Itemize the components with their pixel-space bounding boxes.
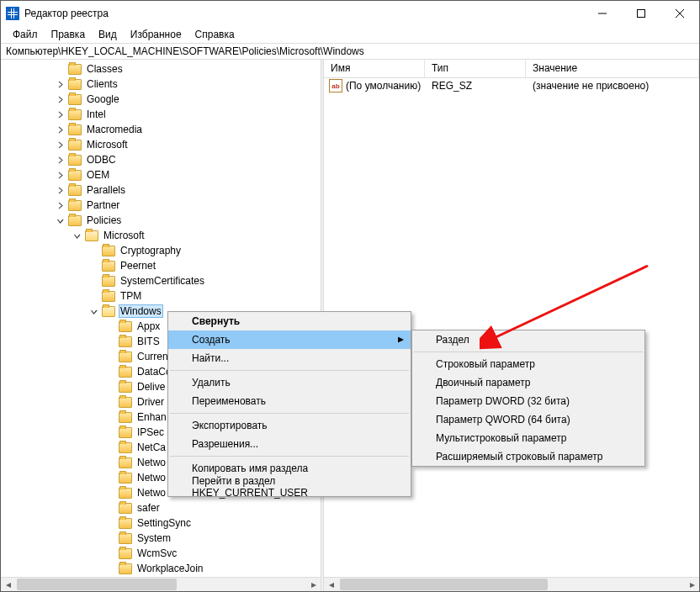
col-value[interactable]: Значение — [526, 60, 699, 77]
chevron-right-icon[interactable] — [51, 81, 68, 88]
scroll-right-icon[interactable]: ▸ — [685, 578, 699, 591]
chevron-right-icon[interactable] — [51, 172, 68, 179]
ctx-collapse[interactable]: Свернуть — [168, 312, 411, 330]
col-name[interactable]: Имя — [324, 60, 425, 77]
menubar: Файл Правка Вид Избранное Справка — [1, 26, 699, 43]
address-bar[interactable]: Компьютер\HKEY_LOCAL_MACHINE\SOFTWARE\Po… — [1, 43, 699, 60]
tree-item[interactable]: Macromedia — [1, 122, 321, 137]
tree-scrollbar-h[interactable]: ◂ ▸ — [1, 577, 321, 591]
tree-item[interactable]: Partner — [1, 198, 321, 213]
folder-icon — [68, 64, 82, 75]
tree-item-label: Peernet — [119, 260, 157, 272]
folder-icon — [119, 473, 132, 484]
ctx-new-binary[interactable]: Двоичный параметр — [412, 373, 644, 392]
tree-item-label: BITS — [135, 336, 162, 347]
ctx-new-multistring[interactable]: Мультистроковый параметр — [412, 429, 644, 447]
close-button[interactable] — [660, 1, 699, 26]
tree-item[interactable]: ODBC — [1, 152, 321, 167]
tree-item[interactable]: TPM — [1, 288, 321, 304]
tree-item[interactable]: Intel — [1, 107, 321, 122]
folder-icon — [68, 124, 82, 135]
list-row[interactable]: (По умолчанию)REG_SZ(значение не присвое… — [324, 78, 699, 93]
ctx-new-qword[interactable]: Параметр QWORD (64 бита) — [412, 410, 644, 429]
tree-item[interactable]: WorkplaceJoin — [1, 561, 321, 576]
chevron-right-icon[interactable] — [51, 187, 68, 194]
tree-item[interactable]: SystemCertificates — [1, 273, 321, 288]
folder-icon — [68, 140, 82, 151]
folder-icon — [102, 276, 115, 287]
ctx-new-string[interactable]: Строковый параметр — [412, 355, 644, 373]
tree-item[interactable]: OEM — [1, 167, 321, 182]
ctx-goto-hkcu[interactable]: Перейти в раздел HKEY_CURRENT_USER — [168, 478, 411, 496]
col-type[interactable]: Тип — [425, 60, 526, 77]
titlebar[interactable]: Редактор реестра — [1, 1, 699, 26]
scroll-left-icon[interactable]: ◂ — [1, 578, 15, 591]
ctx-export[interactable]: Экспортировать — [168, 416, 411, 435]
chevron-down-icon[interactable] — [68, 232, 85, 240]
tree-item-label: ODBC — [85, 154, 118, 166]
ctx-rename[interactable]: Переименовать — [168, 392, 411, 410]
tree-item[interactable]: Parallels — [1, 182, 321, 198]
menu-edit[interactable]: Правка — [45, 27, 93, 42]
tree-item[interactable]: WcmSvc — [1, 546, 321, 561]
ctx-permissions[interactable]: Разрешения... — [168, 435, 411, 453]
minimize-button[interactable] — [583, 1, 622, 26]
tree-item[interactable]: Clients — [1, 77, 321, 92]
tree-item[interactable]: Microsoft — [1, 137, 321, 152]
tree-item-label: Driver — [135, 396, 166, 408]
ctx-create[interactable]: Создать — [168, 330, 411, 349]
chevron-down-icon[interactable] — [85, 308, 102, 315]
cell-value: (значение не присвоено) — [526, 80, 699, 92]
annotation-arrow — [480, 259, 656, 352]
tree-item-label: Parallels — [85, 184, 127, 196]
list-scrollbar-h[interactable]: ◂ ▸ — [324, 577, 699, 591]
tree-item[interactable]: safer — [1, 500, 321, 515]
folder-icon — [68, 170, 82, 181]
folder-icon — [119, 442, 132, 453]
folder-icon — [119, 336, 132, 347]
svg-marker-4 — [398, 337, 404, 343]
chevron-right-icon[interactable] — [51, 141, 68, 149]
chevron-down-icon[interactable] — [51, 217, 68, 225]
tree-item[interactable]: Google — [1, 92, 321, 107]
menu-file[interactable]: Файл — [6, 27, 45, 42]
folder-icon — [119, 533, 132, 544]
tree-item-label: TPM — [119, 290, 143, 302]
scroll-right-icon[interactable]: ▸ — [306, 578, 321, 591]
tree-item[interactable]: System — [1, 531, 321, 546]
ctx-new-expandstring[interactable]: Расширяемый строковый параметр — [412, 447, 644, 466]
chevron-right-icon[interactable] — [51, 96, 68, 103]
menu-view[interactable]: Вид — [92, 27, 124, 42]
folder-icon — [119, 457, 132, 468]
folder-icon — [85, 230, 98, 241]
tree-item[interactable]: Peernet — [1, 258, 321, 273]
tree-item[interactable]: Classes — [1, 61, 321, 77]
folder-icon — [68, 94, 82, 105]
maximize-button[interactable] — [622, 1, 660, 26]
tree-item-label: Google — [85, 93, 121, 105]
folder-icon — [68, 215, 82, 226]
tree-item[interactable]: SettingSync — [1, 515, 321, 531]
tree-item[interactable]: Policies — [1, 213, 321, 228]
folder-icon — [119, 563, 132, 574]
menu-favorites[interactable]: Избранное — [124, 27, 188, 42]
ctx-delete[interactable]: Удалить — [168, 373, 411, 392]
folder-icon — [119, 397, 132, 408]
chevron-right-icon[interactable] — [51, 111, 68, 119]
chevron-right-icon[interactable] — [51, 126, 68, 134]
tree-item-label: Microsoft — [85, 139, 130, 151]
list-header[interactable]: Имя Тип Значение — [324, 60, 699, 78]
chevron-right-icon[interactable] — [51, 156, 68, 164]
ctx-find[interactable]: Найти... — [168, 349, 411, 367]
ctx-new-dword[interactable]: Параметр DWORD (32 бита) — [412, 392, 644, 410]
tree-item-label: Partner — [85, 199, 121, 211]
tree-item[interactable]: Microsoft — [1, 228, 321, 243]
chevron-right-icon[interactable] — [51, 202, 68, 209]
folder-icon — [102, 261, 115, 272]
tree-item[interactable]: Cryptography — [1, 243, 321, 258]
scroll-left-icon[interactable]: ◂ — [324, 578, 338, 591]
folder-icon — [68, 109, 82, 120]
menu-help[interactable]: Справка — [188, 27, 241, 42]
tree-item-label: SettingSync — [135, 517, 193, 529]
tree-item-label: OEM — [85, 169, 111, 181]
